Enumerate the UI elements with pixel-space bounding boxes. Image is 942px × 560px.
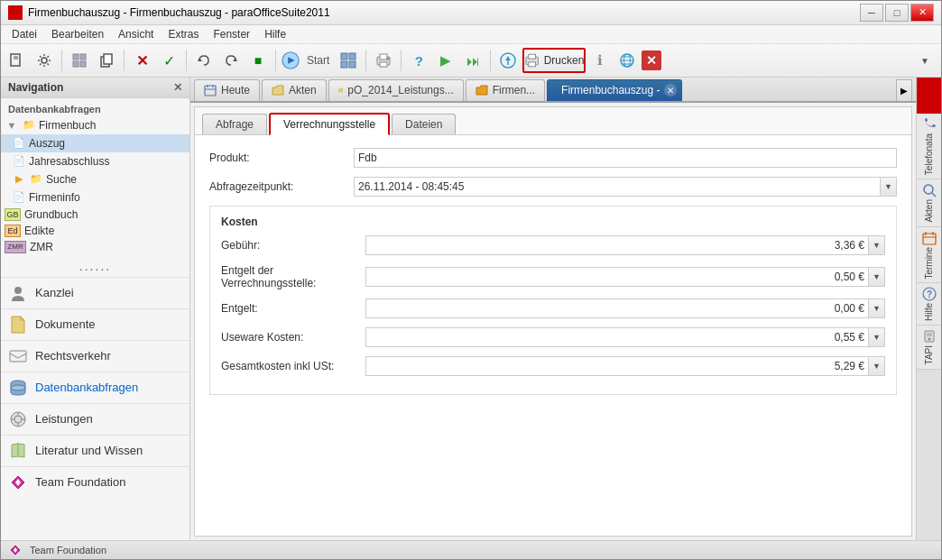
play-toolbar-button[interactable]: ▶ (433, 48, 458, 73)
grid-button[interactable] (67, 48, 92, 73)
svg-rect-16 (341, 61, 347, 68)
tree-item-suche[interactable]: ▶ 📁 Suche (1, 170, 189, 188)
confirm-button[interactable]: ✓ (156, 48, 181, 73)
sidebar-item-rechtsverkehr[interactable]: Rechtsverkehr (1, 340, 189, 372)
entgelt-verr-spin[interactable]: ▼ (869, 267, 885, 287)
copy-button[interactable] (94, 48, 119, 73)
svg-rect-0 (11, 54, 20, 66)
maximize-button[interactable]: □ (885, 4, 909, 22)
abfragezeitpunkt-input[interactable] (354, 177, 881, 197)
tab-close-button[interactable]: ✕ (664, 84, 677, 96)
sub-tab-abfrage[interactable]: Abfrage (202, 114, 267, 134)
entgelt-input[interactable] (365, 298, 869, 318)
drucken-button[interactable]: Drucken (522, 48, 586, 73)
abfragezeitpunkt-dropdown[interactable]: ▼ (881, 177, 897, 197)
schnellzugriff-button[interactable] (917, 78, 942, 114)
abfragezeitpunkt-label: Abfragezeitpunkt: (209, 180, 354, 193)
sidebar-item-leistungen[interactable]: Leistungen (1, 403, 189, 435)
useware-spin[interactable]: ▼ (869, 327, 885, 347)
gesamtkosten-input[interactable] (365, 356, 869, 376)
termine-button[interactable]: Termine (917, 227, 942, 284)
tree-item-jahresabschluss[interactable]: 📄 Jahresabschluss (1, 152, 189, 170)
tab-nav-button[interactable]: ▶ (896, 79, 912, 101)
tab-heute[interactable]: Heute (194, 79, 260, 101)
minimize-button[interactable]: ─ (860, 4, 883, 22)
start-label[interactable]: Start (302, 48, 334, 73)
menu-ansicht[interactable]: Ansicht (111, 26, 161, 42)
close-toolbar-button[interactable]: ✕ (642, 50, 661, 70)
info-button[interactable]: ℹ (587, 48, 613, 73)
sidebar-item-datenbankabfragen[interactable]: Datenbankabfragen (1, 372, 189, 403)
tapi-button[interactable]: TAPI (917, 326, 942, 369)
entgelt-verr-field: ▼ (365, 267, 885, 287)
tree-item-firmenbuch[interactable]: ▼ 📁 Firmenbuch (1, 116, 189, 134)
close-button[interactable]: ✕ (910, 4, 934, 22)
menu-datei[interactable]: Datei (5, 26, 44, 42)
title-bar: Firmenbuchauszug - Firmenbuchauszug - pa… (1, 1, 941, 25)
tree-item-firmeninfo[interactable]: 📄 Firmeninfo (1, 188, 189, 207)
tab-akten[interactable]: Akten (262, 79, 327, 101)
tree-item-zmr[interactable]: ZMR ZMR (1, 239, 189, 255)
skip-toolbar-button[interactable]: ⏭ (460, 48, 485, 73)
new-button[interactable] (5, 48, 30, 73)
sidebar-item-dokumente[interactable]: Dokumente (1, 308, 189, 340)
menu-extras[interactable]: Extras (161, 26, 206, 42)
gebuehr-spin[interactable]: ▼ (869, 235, 885, 255)
tab-firmen[interactable]: Firmen... Drucken (466, 79, 545, 101)
settings-button[interactable] (32, 48, 57, 73)
sub-tab-verrechnungsstelle[interactable]: Verrechnungsstelle (269, 113, 390, 135)
tab-firmenbuchauszug[interactable]: Firmenbuchauszug - ✕ (547, 79, 682, 101)
menu-bearbeiten[interactable]: Bearbeiten (44, 26, 111, 42)
sidebar-label-kanzlei: Kanzlei (35, 286, 74, 299)
sidebar-pin-button[interactable]: ✕ (173, 81, 182, 94)
literatur-icon (8, 441, 28, 461)
globe-button[interactable] (614, 48, 640, 73)
useware-input[interactable] (365, 327, 869, 347)
tab-po2014[interactable]: pO_2014_Leistungs... (328, 79, 464, 101)
svg-rect-9 (104, 54, 112, 64)
tree-item-auszug[interactable]: 📄 Auszug (1, 134, 189, 152)
help-toolbar-button[interactable]: ? (406, 48, 431, 73)
menu-hilfe[interactable]: Hilfe (257, 26, 293, 42)
export-button[interactable] (495, 48, 521, 73)
sidebar-item-literatur[interactable]: Literatur und Wissen (1, 435, 189, 466)
entgelt-field: ▼ (365, 298, 885, 318)
produkt-input[interactable] (354, 148, 897, 168)
hilfe-button[interactable]: ? Hilfe (917, 283, 942, 326)
sidebar-label-rechtsverkehr: Rechtsverkehr (35, 349, 111, 363)
gebuehr-input[interactable] (365, 235, 869, 255)
svg-rect-5 (80, 54, 86, 60)
circle-start-icon[interactable] (281, 50, 300, 70)
tree-item-grundbuch[interactable]: GB Grundbuch (1, 207, 189, 223)
undo-button[interactable] (191, 48, 217, 73)
start-ext-button[interactable] (336, 48, 361, 73)
sidebar-item-team-foundation[interactable]: Team Foundation (1, 466, 189, 498)
gebuehr-field: ▼ (365, 235, 885, 255)
sidebar-label-leistungen: Leistungen (35, 412, 93, 426)
redo-button[interactable] (218, 48, 244, 73)
print-preview-button[interactable] (371, 48, 396, 73)
sidebar-label-dokumente: Dokumente (35, 317, 95, 331)
dokumente-icon (8, 315, 28, 335)
toolbar: ✕ ✓ ■ Start ? ▶ ⏭ Dru (1, 44, 941, 78)
menu-fenster[interactable]: Fenster (206, 26, 257, 42)
delete-button[interactable]: ✕ (129, 48, 154, 73)
akten-search-button[interactable]: Akten (917, 179, 942, 227)
datenbankabfragen-icon (8, 378, 28, 398)
entgelt-verr-input[interactable] (365, 267, 869, 287)
svg-rect-27 (529, 62, 536, 67)
telefonata-button[interactable]: Telefonata (917, 114, 942, 179)
stop-button[interactable]: ■ (245, 48, 271, 73)
form-row-entgelt: Entgelt: ▼ (221, 298, 885, 318)
sidebar-content: Datenbankabfragen ▼ 📁 Firmenbuch 📄 Auszu… (1, 98, 189, 540)
sub-tab-dateien[interactable]: Dateien (392, 114, 456, 134)
gesamtkosten-spin[interactable]: ▼ (869, 356, 885, 376)
svg-point-48 (924, 185, 933, 194)
tree-item-edikte[interactable]: Ed Edikte (1, 223, 189, 239)
useware-label: Useware Kosten: (221, 331, 365, 344)
entgelt-spin[interactable]: ▼ (869, 298, 885, 318)
toolbar-expand-button[interactable]: ▼ (912, 48, 937, 73)
folder-suche-icon2: 📁 (29, 172, 43, 187)
sidebar-item-kanzlei[interactable]: Kanzlei (1, 277, 189, 308)
svg-rect-44 (205, 86, 216, 96)
